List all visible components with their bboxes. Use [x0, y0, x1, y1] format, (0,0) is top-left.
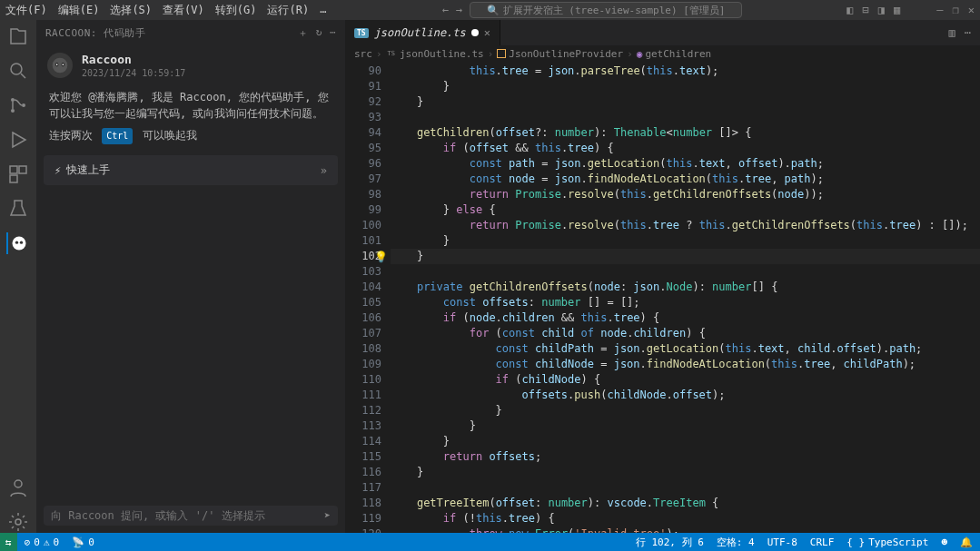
code-content[interactable]: this.tree = json.parseTree(this.text); }… — [391, 62, 980, 533]
window-min-icon[interactable]: — — [936, 4, 943, 16]
send-icon[interactable]: ➤ — [324, 509, 331, 522]
raccoon-avatar-icon — [47, 53, 73, 78]
split-editor-icon[interactable]: ▥ — [949, 26, 955, 39]
feedback-icon[interactable]: ☻ — [941, 536, 947, 548]
svg-point-0 — [11, 64, 22, 74]
editor-area: TS jsonOutline.ts ✕ ▥ ⋯ src› TSjsonOutli… — [345, 20, 980, 533]
editor-tabs: TS jsonOutline.ts ✕ ▥ ⋯ — [345, 20, 980, 45]
antenna-icon: 📡 — [72, 536, 84, 548]
shortcut-key: Ctrl — [102, 128, 133, 144]
indentation[interactable]: 空格: 4 — [717, 536, 755, 549]
window-close-icon[interactable]: ✕ — [968, 4, 975, 16]
svg-point-3 — [22, 103, 25, 107]
flash-icon: ⚡ — [54, 164, 61, 177]
chat-timestamp: 2023/11/24 10:59:17 — [82, 68, 185, 78]
svg-point-1 — [11, 98, 15, 102]
svg-rect-5 — [19, 166, 26, 173]
encoding[interactable]: UTF-8 — [767, 536, 797, 548]
settings-gear-icon[interactable] — [7, 511, 29, 533]
more-tab-actions-icon[interactable]: ⋯ — [965, 26, 971, 39]
quick-start-button[interactable]: ⚡快速上手 » — [44, 155, 338, 185]
chat-input[interactable] — [51, 509, 324, 522]
nav-back-icon[interactable]: ← — [442, 4, 449, 16]
layout-panel-right-icon[interactable]: ◨ — [878, 4, 885, 16]
svg-point-9 — [20, 241, 23, 244]
remote-indicator[interactable]: ⇆ — [0, 533, 17, 551]
status-bar: ⇆ ⊘0⚠0 📡0 行 102, 列 6 空格: 4 UTF-8 CRLF { … — [0, 533, 980, 551]
ports-status[interactable]: 📡0 — [72, 536, 94, 548]
remote-icon: ⇆ — [5, 536, 12, 548]
menu-item[interactable]: 文件(F) — [5, 3, 47, 18]
raccoon-icon[interactable] — [6, 232, 28, 254]
svg-point-16 — [63, 64, 64, 65]
search-icon[interactable] — [7, 60, 29, 82]
menu-item[interactable]: 选择(S) — [110, 3, 152, 18]
command-center[interactable]: 🔍扩展开发宿主 (tree-view-sample) [管理员] — [470, 2, 742, 18]
menu-item[interactable]: … — [320, 3, 326, 18]
extensions-icon[interactable] — [7, 163, 29, 185]
dirty-indicator-icon — [471, 29, 479, 36]
account-icon[interactable] — [7, 477, 29, 498]
svg-point-15 — [56, 64, 58, 65]
breadcrumb[interactable]: src› TSjsonOutline.ts› JsonOutlineProvid… — [345, 45, 980, 62]
layout-custom-icon[interactable]: ▦ — [894, 4, 900, 16]
chevron-right-icon: » — [321, 164, 327, 177]
layout-panel-left-icon[interactable]: ◧ — [846, 4, 853, 16]
svg-point-11 — [15, 519, 21, 525]
svg-point-2 — [11, 109, 15, 113]
layout-panel-bottom-icon[interactable]: ⊟ — [863, 4, 869, 16]
notifications-icon[interactable]: 🔔 — [960, 536, 973, 548]
menu-item[interactable]: 编辑(E) — [58, 3, 100, 18]
errors-status[interactable]: ⊘0⚠0 — [25, 536, 60, 548]
svg-point-7 — [13, 237, 26, 251]
new-chat-icon[interactable]: ＋ — [298, 26, 309, 40]
cursor-position[interactable]: 行 102, 列 6 — [636, 536, 704, 549]
testing-icon[interactable] — [7, 198, 29, 220]
menu-item[interactable]: 查看(V) — [163, 3, 204, 18]
menubar: 文件(F)编辑(E)选择(S)查看(V)转到(G)运行(R)… ← → 🔍扩展开… — [0, 0, 980, 20]
warning-icon: ⚠ — [44, 536, 50, 548]
error-icon: ⊘ — [25, 536, 31, 548]
raccoon-name: Raccoon — [82, 53, 185, 66]
raccoon-sidebar: RACCOON: 代码助手 ＋ ↻ ⋯ Raccoon 2023/11/24 1… — [36, 20, 345, 533]
nav-fwd-icon[interactable]: → — [456, 4, 462, 16]
svg-point-12 — [53, 58, 68, 74]
source-control-icon[interactable] — [7, 94, 29, 116]
class-icon — [497, 49, 506, 58]
close-tab-icon[interactable]: ✕ — [484, 26, 490, 39]
welcome-message: 欢迎您 @潘海腾腾, 我是 Raccoon, 您的代码助手, 您可以让我与您一起… — [36, 85, 345, 148]
line-gutter: 9091929394959697989910010110210310410510… — [345, 62, 391, 533]
svg-rect-4 — [10, 166, 17, 173]
tab-jsonOutline[interactable]: TS jsonOutline.ts ✕ — [345, 20, 500, 45]
sidebar-title: RACCOON: 代码助手 — [45, 26, 145, 40]
lightbulb-icon[interactable]: 💡 — [374, 251, 388, 263]
typescript-icon: TS — [354, 28, 369, 38]
svg-point-8 — [15, 241, 18, 244]
svg-rect-6 — [10, 175, 17, 182]
eol[interactable]: CRLF — [810, 536, 835, 548]
more-icon[interactable]: ⋯ — [330, 26, 336, 40]
run-debug-icon[interactable] — [7, 129, 29, 151]
typescript-icon: TS — [386, 50, 397, 57]
history-icon[interactable]: ↻ — [316, 26, 322, 40]
window-restore-icon[interactable]: ❐ — [953, 4, 959, 16]
activity-bar — [0, 20, 36, 533]
menu-item[interactable]: 运行(R) — [267, 3, 309, 18]
menu-item[interactable]: 转到(G) — [215, 3, 257, 18]
chat-input-container: ➤ — [44, 506, 338, 526]
explorer-icon[interactable] — [7, 25, 29, 47]
language-mode[interactable]: { }TypeScript — [846, 536, 928, 548]
svg-point-10 — [15, 480, 22, 487]
method-icon: ◉ — [637, 48, 643, 60]
